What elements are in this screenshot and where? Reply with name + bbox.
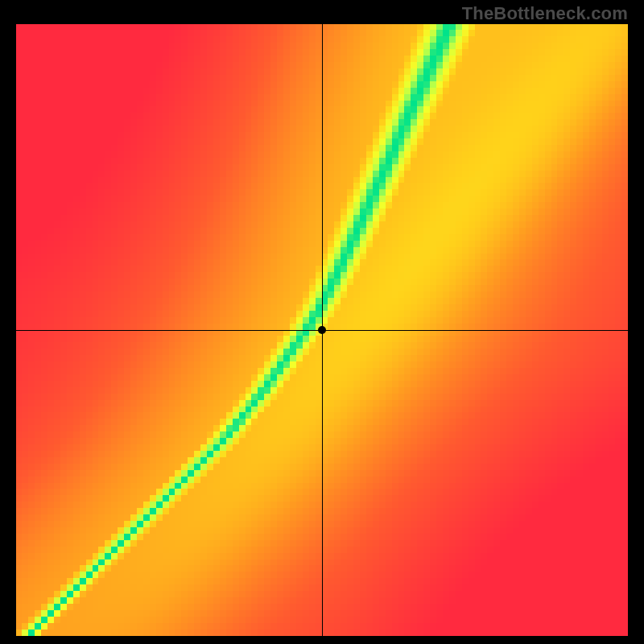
chart-frame: TheBottleneck.com <box>0 0 644 644</box>
watermark-text: TheBottleneck.com <box>462 3 628 24</box>
bottleneck-heatmap <box>16 24 628 636</box>
